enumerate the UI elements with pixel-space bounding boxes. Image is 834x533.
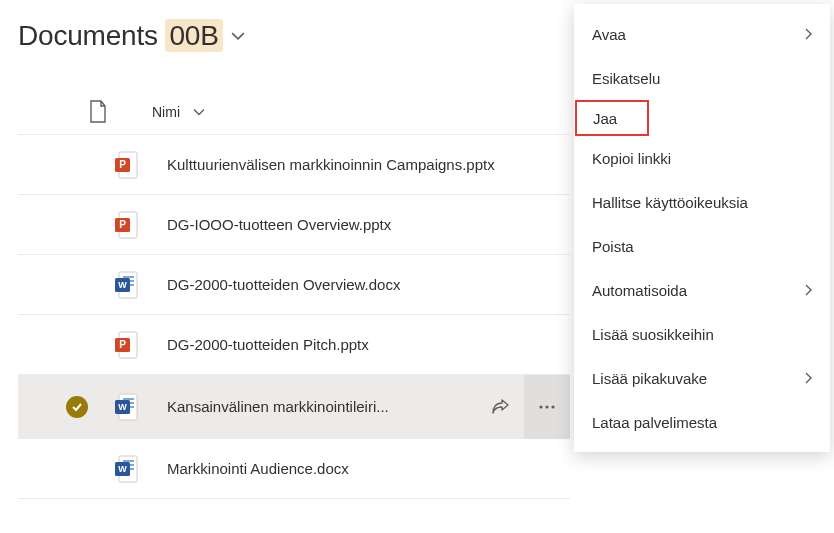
menu-item-label: Lisää suosikkeihin (592, 326, 714, 343)
menu-item-label: Kopioi linkki (592, 150, 671, 167)
file-row[interactable]: WMarkkinointi Audience.docx (18, 439, 570, 499)
svg-rect-25 (123, 460, 134, 462)
menu-item-label: Hallitse käyttöoikeuksia (592, 194, 748, 211)
selection-check-icon[interactable] (66, 396, 88, 418)
file-list: PKulttuurienvälisen markkinoinnin Campai… (18, 135, 570, 499)
menu-item[interactable]: Lataa palvelimesta (574, 400, 830, 444)
file-name[interactable]: DG-IOOO-tuotteen Overview.pptx (167, 216, 570, 233)
menu-item[interactable]: Jaa (575, 100, 649, 136)
page-title[interactable]: Documents 00B (18, 20, 223, 52)
file-row[interactable]: PKulttuurienvälisen markkinoinnin Campai… (18, 135, 570, 195)
menu-item-label: Jaa (593, 110, 617, 127)
file-name[interactable]: Kulttuurienvälisen markkinoinnin Campaig… (167, 156, 570, 173)
svg-rect-16 (123, 398, 134, 400)
more-actions-button[interactable] (524, 375, 570, 439)
row-actions (482, 375, 570, 439)
file-name[interactable]: DG-2000-tuotteiden Overview.docx (167, 276, 570, 293)
file-row[interactable]: WDG-2000-tuotteiden Overview.docx (18, 255, 570, 315)
context-menu: AvaaEsikatseluJaaKopioi linkkiHallitse k… (574, 4, 830, 452)
column-header-name-label: Nimi (152, 104, 180, 120)
chevron-down-icon[interactable] (231, 29, 245, 43)
chevron-right-icon (802, 284, 814, 296)
docx-icon: W (115, 393, 139, 421)
menu-item[interactable]: Lisää pikakuvake (574, 356, 830, 400)
menu-item-label: Automatisoida (592, 282, 687, 299)
chevron-right-icon (802, 28, 814, 40)
menu-item[interactable]: Hallitse käyttöoikeuksia (574, 180, 830, 224)
svg-text:P: P (119, 219, 126, 230)
menu-item-label: Esikatselu (592, 70, 660, 87)
file-type-icon (88, 100, 108, 124)
svg-text:P: P (119, 159, 126, 170)
pptx-icon: P (115, 151, 139, 179)
svg-text:W: W (118, 464, 127, 474)
chevron-right-icon (802, 372, 814, 384)
menu-item[interactable]: Kopioi linkki (574, 136, 830, 180)
pptx-icon: P (115, 331, 139, 359)
file-row[interactable]: PDG-IOOO-tuotteen Overview.pptx (18, 195, 570, 255)
menu-item[interactable]: Automatisoida (574, 268, 830, 312)
svg-text:W: W (118, 280, 127, 290)
column-header-row: Nimi (18, 92, 570, 135)
menu-item-label: Avaa (592, 26, 626, 43)
chevron-down-icon (192, 105, 206, 119)
svg-rect-7 (123, 276, 134, 278)
docx-icon: W (115, 271, 139, 299)
file-name[interactable]: DG-2000-tuotteiden Pitch.pptx (167, 336, 570, 353)
menu-item[interactable]: Avaa (574, 12, 830, 56)
file-row[interactable]: WKansainvälinen markkinointileiri... (18, 375, 570, 439)
svg-point-22 (545, 405, 548, 408)
svg-text:P: P (119, 339, 126, 350)
file-name[interactable]: Kansainvälinen markkinointileiri... (167, 398, 454, 415)
menu-item[interactable]: Poista (574, 224, 830, 268)
column-header-name[interactable]: Nimi (152, 104, 206, 120)
pptx-icon: P (115, 211, 139, 239)
svg-point-21 (539, 405, 542, 408)
title-prefix: Documents (18, 20, 165, 51)
menu-item[interactable]: Esikatselu (574, 56, 830, 100)
file-row[interactable]: PDG-2000-tuotteiden Pitch.pptx (18, 315, 570, 375)
svg-text:W: W (118, 402, 127, 412)
menu-item-label: Poista (592, 238, 634, 255)
title-highlight: 00B (165, 19, 222, 52)
docx-icon: W (115, 455, 139, 483)
menu-item-label: Lataa palvelimesta (592, 414, 717, 431)
page-title-row: Documents 00B (18, 20, 570, 52)
file-name[interactable]: Markkinointi Audience.docx (167, 460, 570, 477)
svg-point-23 (551, 405, 554, 408)
share-icon[interactable] (482, 389, 518, 425)
menu-item-label: Lisää pikakuvake (592, 370, 707, 387)
menu-item[interactable]: Lisää suosikkeihin (574, 312, 830, 356)
